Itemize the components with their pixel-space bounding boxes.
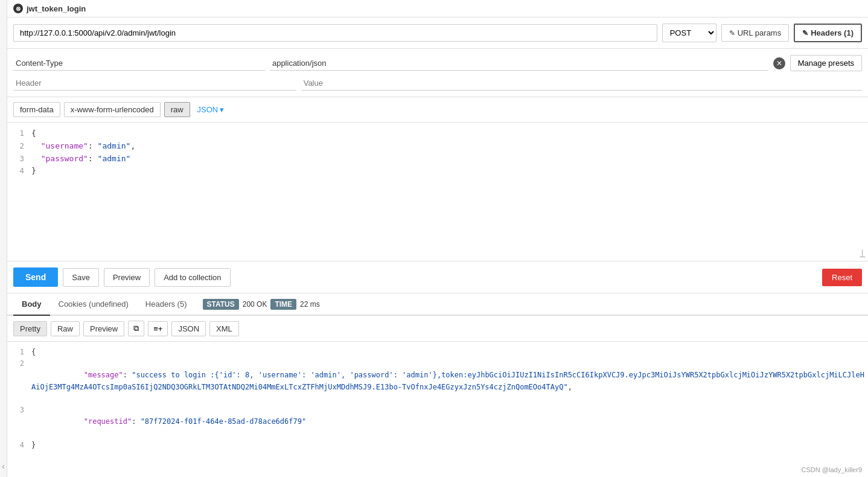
code-line-3: 3 "password": "admin" — [7, 153, 868, 165]
resp-line-3: 3 "requestid": "87f72024-f01f-464e-85ad-… — [7, 405, 868, 440]
code-line-1: 1 { — [7, 127, 868, 140]
header-value-input[interactable] — [270, 56, 768, 71]
fmt-pretty[interactable]: Pretty — [13, 321, 47, 336]
tab-form-data[interactable]: form-data — [13, 102, 60, 117]
tab-headers-response[interactable]: Headers (5) — [137, 293, 196, 316]
status-code: 200 OK — [243, 300, 267, 309]
header-key-input[interactable] — [13, 56, 265, 71]
send-button[interactable]: Send — [13, 267, 58, 287]
code-editor[interactable]: 1 { 2 "username": "admin", 3 "password":… — [7, 123, 868, 261]
response-body: 1 { 2 "message": "success to login :{'id… — [7, 342, 868, 456]
resize-handle[interactable]: ⟘ — [859, 248, 866, 260]
save-button[interactable]: Save — [63, 268, 99, 287]
page-title: jwt_token_login — [27, 4, 86, 13]
copy-icon-button[interactable]: ⧉ — [128, 321, 144, 336]
url-params-button[interactable]: ✎ URL params — [721, 24, 789, 42]
preview-button[interactable]: Preview — [104, 268, 150, 287]
url-bar-row: POST GET PUT DELETE PATCH ✎ URL params ✎… — [7, 18, 868, 49]
response-tabs: Body Cookies (undefined) Headers (5) STA… — [7, 293, 868, 316]
edit-icon-2: ✎ — [802, 29, 808, 37]
headers-section: ✕ Manage presets — [7, 49, 868, 97]
left-scrollbar[interactable]: ‹ — [0, 0, 7, 456]
copy-icon: ⧉ — [133, 324, 139, 333]
headers-button[interactable]: ✎ Headers (1) — [794, 24, 862, 42]
tab-json-format[interactable]: JSON ▾ — [194, 103, 228, 117]
action-row: Send Save Preview Add to collection Rese… — [7, 261, 868, 293]
header-placeholder-value[interactable] — [301, 76, 862, 91]
fmt-raw[interactable]: Raw — [51, 321, 80, 336]
resp-line-1: 1 { — [7, 347, 868, 358]
status-label: STATUS — [203, 299, 239, 310]
clear-header-button[interactable]: ✕ — [773, 57, 785, 69]
tab-body[interactable]: Body — [13, 293, 50, 316]
url-input[interactable] — [13, 24, 657, 42]
body-type-row: form-data x-www-form-urlencoded raw JSON… — [7, 97, 868, 123]
tab-raw[interactable]: raw — [164, 102, 190, 117]
expand-icon: ≡+ — [153, 324, 162, 333]
fmt-preview[interactable]: Preview — [83, 321, 124, 336]
time-label: TIME — [270, 299, 296, 310]
tab-urlencoded[interactable]: x-www-form-urlencoded — [64, 102, 161, 117]
code-line-4: 4 } — [7, 165, 868, 178]
header-row: ✕ Manage presets — [13, 55, 862, 71]
method-select[interactable]: POST GET PUT DELETE PATCH — [662, 24, 716, 42]
expand-icon-button[interactable]: ≡+ — [148, 321, 168, 336]
status-badge-row: STATUS 200 OK TIME 22 ms — [203, 299, 320, 310]
title-icon: ⊗ — [13, 4, 23, 13]
fmt-json[interactable]: JSON — [171, 321, 206, 336]
fmt-xml[interactable]: XML — [209, 321, 239, 336]
placeholder-header-row — [13, 76, 862, 91]
reset-button[interactable]: Reset — [822, 269, 862, 286]
resp-line-2: 2 "message": "success to login :{'id': 8… — [7, 358, 868, 405]
add-to-collection-button[interactable]: Add to collection — [155, 268, 230, 287]
resp-line-4: 4 } — [7, 440, 868, 451]
code-line-2: 2 "username": "admin", — [7, 140, 868, 153]
chevron-down-icon: ▾ — [220, 105, 224, 114]
header-placeholder-key[interactable] — [13, 76, 296, 91]
edit-icon: ✎ — [729, 29, 735, 37]
response-format-row: Pretty Raw Preview ⧉ ≡+ JSON XML — [7, 316, 868, 342]
tab-cookies[interactable]: Cookies (undefined) — [50, 293, 137, 316]
title-bar: ⊗ jwt_token_login — [7, 0, 868, 18]
manage-presets-button[interactable]: Manage presets — [790, 55, 862, 71]
time-value: 22 ms — [300, 300, 320, 309]
